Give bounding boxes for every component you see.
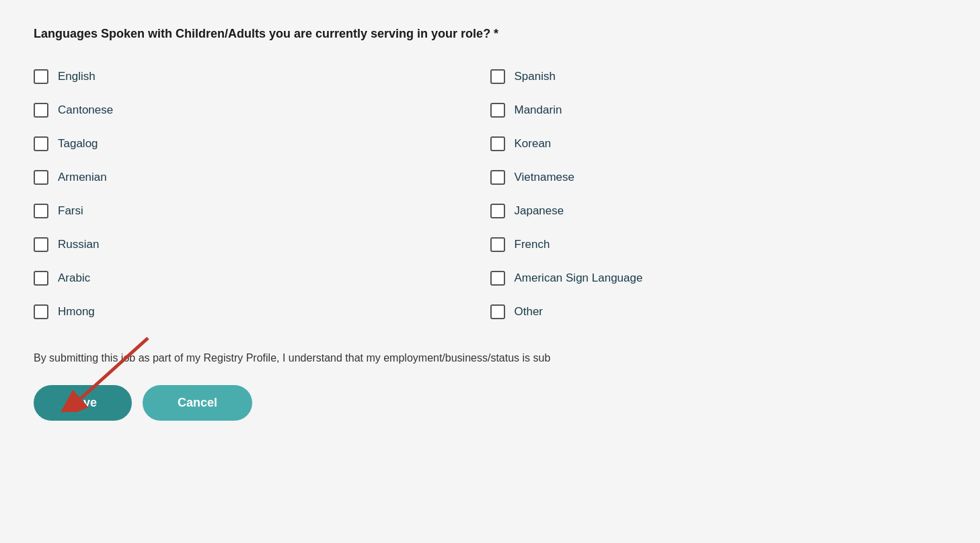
checkbox-mandarin[interactable] [490,103,505,118]
button-area: Save Cancel [34,385,946,421]
checkbox-item-tagalog[interactable]: Tagalog [34,127,490,161]
checkbox-japanese[interactable] [490,204,505,218]
label-armenian: Armenian [58,171,107,184]
checkbox-korean[interactable] [490,136,505,151]
label-asl: American Sign Language [515,272,643,285]
checkbox-item-armenian[interactable]: Armenian [34,161,490,194]
arrow-indicator [27,331,161,412]
checkbox-item-mandarin[interactable]: Mandarin [490,93,947,127]
checkbox-spanish[interactable] [490,69,505,84]
question-title: Languages Spoken with Children/Adults yo… [34,27,946,41]
label-vietnamese: Vietnamese [515,171,574,184]
right-column: SpanishMandarinKoreanVietnameseJapaneseF… [490,60,947,329]
checkbox-hmong[interactable] [34,304,48,319]
checkbox-item-russian[interactable]: Russian [34,228,490,261]
label-english: English [58,70,96,83]
checkbox-item-cantonese[interactable]: Cantonese [34,93,490,127]
checkbox-english[interactable] [34,69,48,84]
checkbox-french[interactable] [490,237,505,252]
checkbox-item-vietnamese[interactable]: Vietnamese [490,161,947,194]
label-spanish: Spanish [515,70,556,83]
checkbox-asl[interactable] [490,271,505,286]
checkbox-cantonese[interactable] [34,103,48,118]
checkbox-vietnamese[interactable] [490,170,505,185]
label-hmong: Hmong [58,305,95,319]
label-japanese: Japanese [515,204,564,218]
checkbox-item-french[interactable]: French [490,228,947,261]
label-french: French [515,238,550,251]
label-russian: Russian [58,238,99,251]
checkbox-item-other[interactable]: Other [490,295,947,329]
label-farsi: Farsi [58,204,83,218]
checkbox-arabic[interactable] [34,271,48,286]
checkbox-armenian[interactable] [34,170,48,185]
checkbox-item-japanese[interactable]: Japanese [490,194,947,228]
label-mandarin: Mandarin [515,103,562,117]
checkbox-item-farsi[interactable]: Farsi [34,194,490,228]
languages-grid: EnglishCantoneseTagalogArmenianFarsiRuss… [34,60,946,329]
checkbox-other[interactable] [490,304,505,319]
label-arabic: Arabic [58,272,90,285]
left-column: EnglishCantoneseTagalogArmenianFarsiRuss… [34,60,490,329]
checkbox-item-hmong[interactable]: Hmong [34,295,490,329]
checkbox-tagalog[interactable] [34,136,48,151]
checkbox-item-korean[interactable]: Korean [490,127,947,161]
checkbox-item-asl[interactable]: American Sign Language [490,261,947,295]
label-tagalog: Tagalog [58,137,98,151]
checkbox-item-arabic[interactable]: Arabic [34,261,490,295]
checkbox-item-english[interactable]: English [34,60,490,93]
label-korean: Korean [515,137,552,151]
disclaimer-text: By submitting this job as part of my Reg… [34,350,946,366]
checkbox-item-spanish[interactable]: Spanish [490,60,947,93]
checkbox-russian[interactable] [34,237,48,252]
checkbox-farsi[interactable] [34,204,48,218]
label-other: Other [515,305,543,319]
label-cantonese: Cantonese [58,103,113,117]
svg-line-1 [81,338,148,399]
